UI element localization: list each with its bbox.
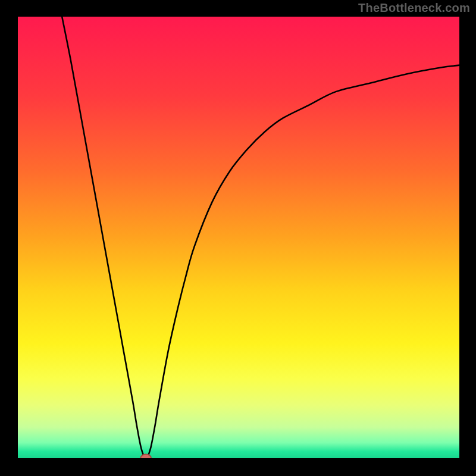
minimum-marker: [140, 454, 151, 458]
chart-frame: TheBottleneck.com: [0, 0, 476, 476]
watermark-text: TheBottleneck.com: [358, 1, 470, 15]
plot-svg: [18, 17, 459, 458]
plot-area: [18, 17, 459, 458]
gradient-background: [18, 17, 459, 458]
